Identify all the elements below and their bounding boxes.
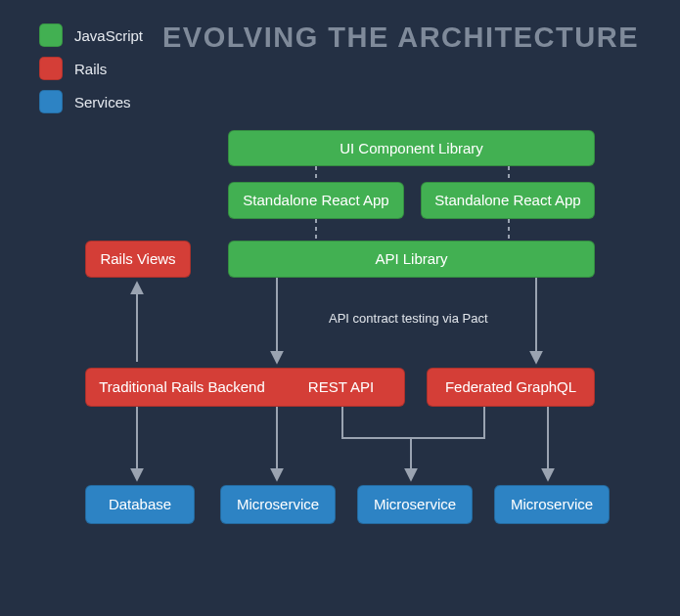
- box-microservice-2: Microservice: [357, 485, 473, 524]
- legend-item-rails: Rails: [39, 57, 143, 80]
- box-traditional-rails-backend: Traditional Rails Backend: [85, 368, 278, 407]
- box-federated-graphql: Federated GraphQL: [427, 368, 595, 407]
- diagram-title: EVOLVING THE ARCHITECTURE: [162, 22, 639, 54]
- legend-swatch-rails: [39, 57, 63, 80]
- box-database: Database: [85, 485, 195, 524]
- legend: JavaScript Rails Services: [39, 23, 143, 123]
- legend-swatch-javascript: [39, 23, 63, 47]
- box-api-library: API Library: [228, 241, 595, 278]
- box-microservice-1: Microservice: [220, 485, 336, 524]
- legend-label-rails: Rails: [74, 61, 107, 77]
- legend-label-javascript: JavaScript: [74, 27, 143, 44]
- box-ui-component-library: UI Component Library: [228, 130, 595, 166]
- box-standalone-react-app-1: Standalone React App: [228, 182, 404, 219]
- annotation-pact: API contract testing via Pact: [329, 311, 488, 326]
- legend-swatch-services: [39, 90, 63, 113]
- legend-label-services: Services: [74, 94, 131, 110]
- box-rest-api: REST API: [278, 368, 405, 407]
- box-rails-views: Rails Views: [85, 241, 191, 278]
- box-microservice-3: Microservice: [494, 485, 610, 524]
- legend-item-javascript: JavaScript: [39, 23, 143, 47]
- box-standalone-react-app-2: Standalone React App: [421, 182, 595, 219]
- legend-item-services: Services: [39, 90, 143, 113]
